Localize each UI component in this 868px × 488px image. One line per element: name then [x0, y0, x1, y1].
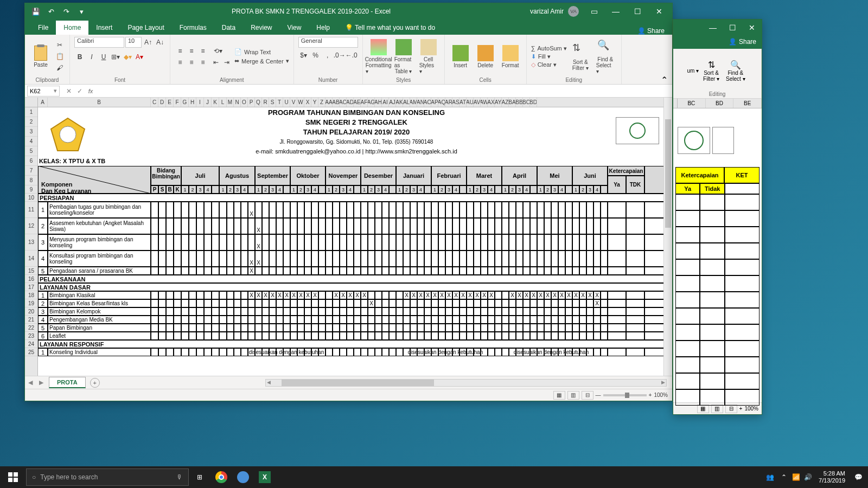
delete-cells-button[interactable]: Delete [474, 44, 497, 69]
fill-button[interactable]: ⬇Fill ▾ [531, 53, 567, 60]
view-page-break-icon[interactable]: ⊟ [582, 391, 593, 400]
tab-data[interactable]: Data [214, 21, 243, 35]
decrease-indent-icon[interactable]: ⇤ [210, 57, 221, 68]
sheet-nav-next-icon[interactable]: ▶ [36, 379, 47, 386]
align-center-icon[interactable]: ≡ [186, 57, 197, 68]
cancel-formula-icon[interactable]: ✕ [64, 86, 74, 96]
select-all-corner[interactable] [25, 98, 38, 107]
w2-share-button[interactable]: Share [739, 38, 756, 46]
zoom-slider[interactable] [603, 394, 647, 396]
share-button[interactable]: 👤 Share [637, 27, 665, 35]
tab-help[interactable]: Help [309, 21, 337, 35]
copy-icon[interactable]: 📋 [54, 51, 65, 62]
add-sheet-button[interactable]: + [90, 378, 100, 388]
tray-expand-icon[interactable]: ⌃ [778, 466, 789, 488]
borders-button[interactable]: ⊞▾ [110, 52, 121, 62]
align-left-icon[interactable]: ≡ [175, 57, 186, 68]
accounting-format-icon[interactable]: $▾ [298, 50, 309, 61]
task-view-icon[interactable]: ⊞ [189, 466, 210, 488]
name-box[interactable]: K62▾ [27, 86, 60, 97]
view-normal-icon[interactable]: ▦ [553, 391, 565, 400]
qa-customize-icon[interactable]: ▾ [75, 5, 88, 18]
increase-font-icon[interactable]: A↑ [143, 37, 154, 48]
sheet-tab-prota[interactable]: PROTA [49, 377, 86, 388]
save-icon[interactable]: 💾 [29, 5, 42, 18]
start-button[interactable] [0, 466, 26, 488]
enter-formula-icon[interactable]: ✓ [75, 86, 85, 96]
insert-function-icon[interactable]: fx [86, 86, 95, 96]
network-icon[interactable]: 📶 [790, 466, 801, 488]
align-right-icon[interactable]: ≡ [197, 57, 208, 68]
redo-icon[interactable]: ↷ [60, 5, 73, 18]
volume-icon[interactable]: 🔊 [802, 466, 813, 488]
clear-button[interactable]: ◇Clear ▾ [531, 61, 567, 68]
find-select-button[interactable]: 🔍Find &Select ▾ [594, 38, 617, 75]
w2-find-select-button[interactable]: 🔍Find &Select ▾ [724, 59, 748, 83]
increase-decimal-icon[interactable]: .0→ [334, 50, 345, 61]
ribbon-options-icon[interactable]: ▭ [583, 3, 605, 20]
w2-minimize-button[interactable]: — [703, 20, 723, 36]
orientation-icon[interactable]: ⟲▾ [210, 46, 226, 56]
sheet-nav-prev-icon[interactable]: ◀ [25, 379, 36, 386]
maximize-button[interactable]: ☐ [627, 3, 648, 20]
vertical-scrollbar[interactable] [663, 98, 672, 376]
align-bottom-icon[interactable]: ≡ [197, 46, 208, 56]
close-button[interactable]: ✕ [648, 3, 670, 20]
bold-button[interactable]: B [74, 52, 85, 62]
zoom-out-icon[interactable]: — [596, 392, 601, 398]
format-cells-button[interactable]: Format [499, 44, 522, 69]
tray-clock[interactable]: 5:28 AM 7/13/2019 [814, 470, 850, 484]
formula-input[interactable] [100, 86, 672, 97]
tab-review[interactable]: Review [243, 21, 279, 35]
zoom-level[interactable]: 100% [654, 392, 668, 398]
decrease-decimal-icon[interactable]: ←.0 [346, 50, 357, 61]
w2-column-headers[interactable]: BC BD BE [673, 99, 762, 108]
notifications-icon[interactable]: 💬 [851, 466, 866, 488]
w2-worksheet[interactable]: Ketercapaian KET Ya Tidak [673, 108, 762, 402]
minimize-button[interactable]: — [605, 3, 627, 20]
column-headers[interactable]: ABCDEFGHIJKLMNOPQRSTUVWXYZAAABACADAEAFAG… [25, 98, 663, 107]
tab-page-layout[interactable]: Page Layout [120, 21, 171, 35]
merge-center-button[interactable]: ⬌Merge & Center ▾ [234, 57, 289, 65]
tab-insert[interactable]: Insert [88, 21, 120, 35]
percent-format-icon[interactable]: % [310, 50, 321, 61]
tab-formulas[interactable]: Formulas [172, 21, 214, 35]
undo-icon[interactable]: ↶ [44, 5, 58, 18]
tellme[interactable]: 💡 Tell me what you want to do [337, 21, 443, 35]
wrap-text-button[interactable]: 📄Wrap Text [234, 48, 289, 55]
format-as-table-button[interactable]: Format asTable ▾ [392, 38, 415, 75]
cut-icon[interactable]: ✂ [54, 40, 65, 50]
font-name-select[interactable]: Calibri [74, 37, 124, 48]
w2-maximize-button[interactable]: ☐ [723, 20, 742, 36]
underline-button[interactable]: U [98, 52, 109, 62]
conditional-formatting-button[interactable]: ConditionalFormatting ▾ [367, 38, 390, 75]
excel-taskbar-icon[interactable]: X [254, 466, 276, 488]
fill-color-button[interactable]: ◆▾ [122, 52, 133, 62]
insert-cells-button[interactable]: Insert [449, 44, 472, 69]
chromium-icon[interactable] [232, 466, 254, 488]
font-color-button[interactable]: A▾ [134, 52, 145, 62]
w2-zoom-level[interactable]: 100% [744, 406, 758, 412]
taskbar-search[interactable]: ○ Type here to search 🎙 [26, 468, 189, 486]
align-top-icon[interactable]: ≡ [175, 46, 186, 56]
row-headers[interactable]: 1234567891011121314151617181920212223242… [25, 107, 38, 376]
tab-home[interactable]: Home [56, 21, 88, 35]
people-icon[interactable]: 👥 [762, 466, 777, 488]
cell-styles-button[interactable]: CellStyles ▾ [417, 38, 440, 75]
w2-close-button[interactable]: ✕ [742, 20, 762, 36]
paste-button[interactable]: Paste [29, 44, 52, 69]
zoom-in-icon[interactable]: + [649, 392, 652, 398]
increase-indent-icon[interactable]: ⇥ [221, 57, 232, 68]
align-middle-icon[interactable]: ≡ [186, 46, 197, 56]
mic-icon[interactable]: 🎙 [176, 473, 183, 481]
italic-button[interactable]: I [86, 52, 97, 62]
format-painter-icon[interactable]: 🖌 [54, 62, 65, 73]
horizontal-scrollbar[interactable]: ◀ ▶ [265, 379, 667, 387]
collapse-ribbon-icon[interactable]: ⌃ [659, 76, 669, 84]
font-size-select[interactable]: 10 [125, 37, 142, 48]
view-page-layout-icon[interactable]: ▥ [567, 391, 579, 400]
tab-file[interactable]: File [30, 21, 56, 35]
worksheet[interactable]: PROGRAM TAHUNAN BIMBINGAN DAN KONSELINGS… [38, 107, 663, 376]
chrome-icon[interactable] [210, 466, 232, 488]
user-avatar[interactable]: VA [568, 6, 579, 17]
